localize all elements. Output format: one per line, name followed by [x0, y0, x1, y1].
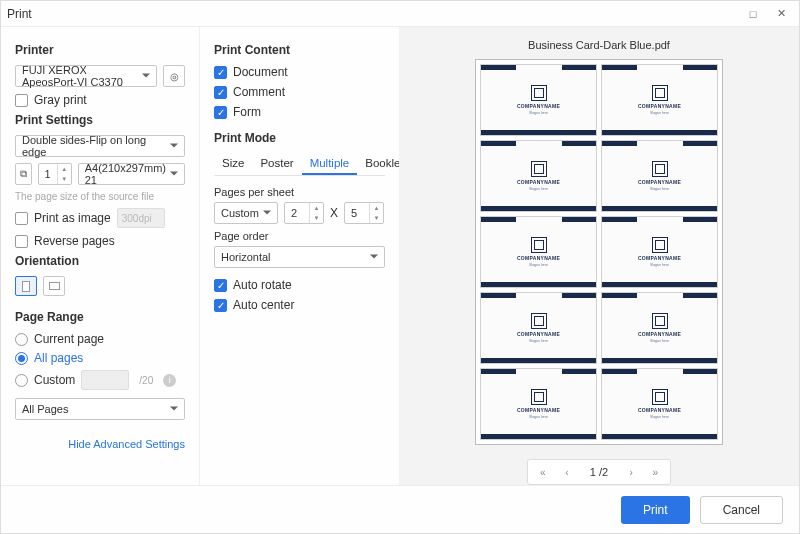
- checkbox-icon: [15, 94, 28, 107]
- copies-value: 1: [39, 168, 57, 180]
- x-separator: X: [330, 206, 338, 220]
- checkbox-icon: ✓: [214, 299, 227, 312]
- preview-card: COMPANYNAMESlogan here: [480, 292, 597, 364]
- all-pages-label: All pages: [34, 351, 83, 365]
- stepper-down-icon[interactable]: ▼: [58, 174, 71, 184]
- page-order-select[interactable]: Horizontal: [214, 246, 385, 268]
- company-logo-icon: [652, 161, 668, 177]
- document-label: Document: [233, 65, 288, 79]
- preview-card: COMPANYNAMESlogan here: [601, 216, 718, 288]
- tab-multiple[interactable]: Multiple: [302, 153, 358, 175]
- preview-sheet: COMPANYNAMESlogan here COMPANYNAMESlogan…: [475, 59, 723, 445]
- cols-stepper[interactable]: 2▲▼: [284, 202, 324, 224]
- cancel-button[interactable]: Cancel: [700, 496, 783, 524]
- company-logo-icon: [531, 313, 547, 329]
- printer-select[interactable]: FUJI XEROX ApeosPort-VI C3370: [15, 65, 157, 87]
- form-label: Form: [233, 105, 261, 119]
- reverse-pages-label: Reverse pages: [34, 234, 115, 248]
- print-button[interactable]: Print: [621, 496, 690, 524]
- rows-stepper[interactable]: 5▲▼: [344, 202, 384, 224]
- company-logo-icon: [531, 161, 547, 177]
- collate-icon[interactable]: ⧉: [15, 163, 32, 185]
- page-filter-value: All Pages: [22, 403, 68, 415]
- auto-rotate-label: Auto rotate: [233, 278, 292, 292]
- checkbox-icon: ✓: [214, 106, 227, 119]
- radio-icon: [15, 352, 28, 365]
- custom-range-radio[interactable]: Custom /20 i: [15, 370, 185, 390]
- pager-prev-icon[interactable]: ‹: [556, 462, 578, 482]
- all-pages-radio[interactable]: All pages: [15, 351, 185, 365]
- stepper-down-icon[interactable]: ▼: [310, 213, 323, 223]
- paper-hint: The page size of the source file: [15, 191, 185, 202]
- radio-icon: [15, 333, 28, 346]
- mode-tabs: Size Poster Multiple Booklet: [214, 153, 385, 176]
- stepper-up-icon[interactable]: ▲: [370, 203, 383, 213]
- pager-first-icon[interactable]: «: [532, 462, 554, 482]
- window-title: Print: [7, 7, 32, 21]
- custom-range-input: [81, 370, 129, 390]
- reverse-pages-checkbox[interactable]: Reverse pages: [15, 234, 185, 248]
- duplex-select[interactable]: Double sides-Flip on long edge: [15, 135, 185, 157]
- pager-last-icon[interactable]: »: [644, 462, 666, 482]
- preview-filename: Business Card-Dark Blue.pdf: [528, 39, 670, 51]
- duplex-value: Double sides-Flip on long edge: [22, 134, 166, 158]
- rows-value: 5: [345, 207, 369, 219]
- current-page-radio[interactable]: Current page: [15, 332, 185, 346]
- pps-mode-value: Custom: [221, 207, 259, 219]
- portrait-icon: [22, 281, 30, 292]
- preview-card: COMPANYNAMESlogan here: [601, 140, 718, 212]
- advanced-settings-link[interactable]: Hide Advanced Settings: [15, 438, 185, 450]
- paper-size-select[interactable]: A4(210x297mm) 21: [78, 163, 185, 185]
- checkbox-icon: ✓: [214, 66, 227, 79]
- orientation-portrait[interactable]: [15, 276, 37, 296]
- preview-card: COMPANYNAMESlogan here: [480, 216, 597, 288]
- print-settings-heading: Print Settings: [15, 113, 185, 127]
- dpi-input: 300dpi: [117, 208, 165, 228]
- pages-per-sheet-label: Pages per sheet: [214, 186, 385, 198]
- comment-checkbox[interactable]: ✓Comment: [214, 85, 385, 99]
- printer-settings-icon[interactable]: ◎: [163, 65, 185, 87]
- info-icon[interactable]: i: [163, 374, 176, 387]
- form-checkbox[interactable]: ✓Form: [214, 105, 385, 119]
- preview-card: COMPANYNAMESlogan here: [601, 368, 718, 440]
- preview-pager: « ‹ 1 /2 › »: [527, 459, 671, 485]
- print-as-image-checkbox[interactable]: Print as image 300dpi: [15, 208, 185, 228]
- orientation-landscape[interactable]: [43, 276, 65, 296]
- auto-center-label: Auto center: [233, 298, 294, 312]
- paper-value: A4(210x297mm) 21: [85, 162, 166, 186]
- preview-card: COMPANYNAMESlogan here: [601, 64, 718, 136]
- checkbox-icon: [15, 235, 28, 248]
- current-page-label: Current page: [34, 332, 104, 346]
- printer-heading: Printer: [15, 43, 185, 57]
- checkbox-icon: [15, 212, 28, 225]
- tab-size[interactable]: Size: [214, 153, 252, 175]
- orientation-heading: Orientation: [15, 254, 185, 268]
- page-range-heading: Page Range: [15, 310, 185, 324]
- checkbox-icon: ✓: [214, 279, 227, 292]
- pager-next-icon[interactable]: ›: [620, 462, 642, 482]
- auto-rotate-checkbox[interactable]: ✓Auto rotate: [214, 278, 385, 292]
- company-logo-icon: [531, 237, 547, 253]
- copies-stepper[interactable]: 1 ▲▼: [38, 163, 72, 185]
- page-order-label: Page order: [214, 230, 385, 242]
- landscape-icon: [49, 282, 60, 290]
- gray-print-checkbox[interactable]: Gray print: [15, 93, 185, 107]
- gray-print-label: Gray print: [34, 93, 87, 107]
- auto-center-checkbox[interactable]: ✓Auto center: [214, 298, 385, 312]
- page-filter-select[interactable]: All Pages: [15, 398, 185, 420]
- document-checkbox[interactable]: ✓Document: [214, 65, 385, 79]
- radio-icon: [15, 374, 28, 387]
- stepper-up-icon[interactable]: ▲: [58, 164, 71, 174]
- maximize-button[interactable]: □: [741, 4, 765, 24]
- close-button[interactable]: ✕: [769, 4, 793, 24]
- print-mode-heading: Print Mode: [214, 131, 385, 145]
- company-logo-icon: [652, 85, 668, 101]
- company-logo-icon: [652, 389, 668, 405]
- pps-mode-select[interactable]: Custom: [214, 202, 278, 224]
- preview-card: COMPANYNAMESlogan here: [480, 140, 597, 212]
- comment-label: Comment: [233, 85, 285, 99]
- tab-poster[interactable]: Poster: [252, 153, 301, 175]
- stepper-up-icon[interactable]: ▲: [310, 203, 323, 213]
- company-logo-icon: [652, 313, 668, 329]
- stepper-down-icon[interactable]: ▼: [370, 213, 383, 223]
